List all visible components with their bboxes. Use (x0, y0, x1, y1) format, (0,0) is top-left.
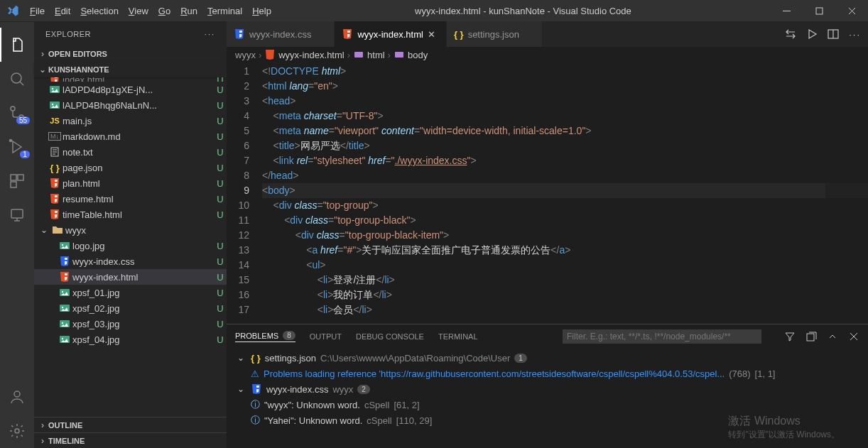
file-item[interactable]: wyyx-index.htmlU (34, 269, 227, 285)
svg-rect-30 (807, 334, 814, 341)
file-item[interactable]: { }page.jsonU (34, 160, 227, 175)
editor-tabs: wyyx-index.css✕wyyx-index.html✕{ }settin… (227, 21, 868, 47)
settings-activity-icon[interactable] (0, 414, 34, 448)
md-icon: M↓ (47, 132, 63, 141)
terminal-tab[interactable]: TERMINAL (438, 332, 478, 341)
search-activity-icon[interactable] (0, 62, 34, 96)
collapse-all-icon[interactable] (805, 331, 817, 342)
problem-group[interactable]: ⌄{ } settings.json C:\Users\wwww\AppData… (235, 350, 859, 366)
svg-rect-6 (11, 175, 16, 180)
tab-actions: ··· (778, 21, 868, 47)
img-icon (57, 240, 72, 251)
sidebar-header: EXPLORER ··· (34, 21, 227, 46)
js-icon: JS (47, 116, 63, 125)
svg-point-20 (62, 291, 63, 293)
svg-rect-1 (816, 8, 823, 14)
img-icon (47, 99, 63, 111)
maximize-button[interactable] (803, 0, 835, 21)
menu-selection[interactable]: Selection (75, 6, 123, 16)
account-activity-icon[interactable] (0, 380, 34, 414)
panel-tabs: PROBLEMS 8 OUTPUT DEBUG CONSOLE TERMINAL (227, 324, 868, 349)
file-item[interactable]: logo.jpgU (34, 238, 227, 253)
problem-item[interactable]: ⚠ Problems loading reference 'https://ra… (235, 366, 859, 381)
code-lines[interactable]: <!DOCTYPE html> <html lang="en"> <head> … (262, 62, 868, 324)
menu-edit[interactable]: Edit (50, 6, 75, 16)
menu-terminal[interactable]: Terminal (202, 6, 247, 16)
minimize-button[interactable] (770, 0, 803, 21)
file-item[interactable]: timeTable.htmlU (34, 207, 227, 222)
menu-go[interactable]: Go (153, 6, 175, 16)
html5-icon (47, 177, 63, 189)
file-item[interactable]: plan.htmlU (34, 175, 227, 191)
html5-icon (57, 271, 72, 283)
run-activity-icon[interactable]: 1 (0, 130, 34, 164)
close-panel-icon[interactable] (848, 331, 859, 342)
window-title: wyyx-index.html - kunShanNote - Visual S… (276, 6, 770, 16)
svg-point-18 (62, 244, 63, 246)
scm-badge: 55 (16, 116, 30, 124)
breadcrumbs[interactable]: wyyx › wyyx-index.html › html › body (227, 47, 868, 62)
menu-run[interactable]: Run (175, 6, 202, 16)
timeline-section[interactable]: › TIMELINE (34, 432, 227, 448)
chevron-up-icon[interactable] (827, 331, 838, 342)
info-icon: ⓘ (251, 398, 260, 411)
img-icon (57, 334, 72, 345)
menu-view[interactable]: View (124, 6, 153, 16)
line-gutter: 1234567891011121314151617 (227, 62, 262, 324)
scm-activity-icon[interactable]: 55 (0, 96, 34, 130)
close-button[interactable] (835, 0, 868, 21)
svg-point-22 (62, 307, 63, 308)
sidebar-more-icon[interactable]: ··· (205, 30, 215, 38)
editor-tab[interactable]: wyyx-index.html✕ (335, 21, 446, 47)
file-item[interactable]: xpsf_02.jpgU (34, 300, 227, 316)
file-item[interactable]: M↓markdown.mdU (34, 129, 227, 144)
img-icon (57, 287, 72, 298)
file-item[interactable]: xpsf_04.jpgU (34, 332, 227, 347)
problem-item[interactable]: ⓘ "wyyx": Unknown word. cSpell [61, 2] (235, 397, 859, 413)
menu-help[interactable]: Help (247, 6, 276, 16)
problems-tab[interactable]: PROBLEMS 8 (235, 331, 295, 342)
editor-tab[interactable]: wyyx-index.css✕ (227, 21, 335, 47)
vscode-logo (0, 4, 25, 17)
file-item[interactable]: note.txtU (34, 144, 227, 160)
explorer-activity-icon[interactable] (0, 28, 34, 62)
filter-icon[interactable] (784, 331, 796, 342)
folder-item[interactable]: ⌄wyyx (34, 222, 227, 238)
html5-icon (47, 193, 63, 204)
split-editor-icon[interactable] (828, 28, 839, 40)
menu-bar: FileEditSelectionViewGoRunTerminalHelp (25, 6, 276, 16)
output-tab[interactable]: OUTPUT (310, 332, 342, 341)
file-item[interactable]: xpsf_01.jpgU (34, 285, 227, 300)
json-icon: { } (47, 163, 63, 173)
html5-icon (47, 209, 63, 220)
svg-point-15 (52, 104, 53, 105)
file-item[interactable]: lADPD4d8p1gXE-jN...U (34, 82, 227, 97)
workspace-section[interactable]: ⌄ KUNSHANNOTE (34, 62, 227, 77)
extensions-activity-icon[interactable] (0, 164, 34, 198)
img-icon (57, 318, 72, 329)
close-tab-icon[interactable]: ✕ (428, 29, 439, 40)
window-controls (770, 0, 868, 21)
editor-tab[interactable]: { }settings.json✕ (447, 21, 543, 47)
compare-changes-icon[interactable] (785, 28, 796, 40)
file-item[interactable]: lALPD4Bhqg6NaLnN...U (34, 97, 227, 113)
info-icon: ⓘ (251, 414, 260, 427)
problem-group[interactable]: ⌄ wyyx-index.css wyyx 2 (235, 381, 859, 397)
file-tree: index.htmlUlADPD4d8p1gXE-jN...UlALPD4Bhq… (34, 77, 227, 417)
debug-console-tab[interactable]: DEBUG CONSOLE (356, 332, 424, 341)
remote-activity-icon[interactable] (0, 198, 34, 232)
file-item[interactable]: wyyx-index.cssU (34, 253, 227, 269)
filter-input[interactable] (563, 329, 761, 344)
svg-rect-7 (18, 175, 23, 180)
file-item[interactable]: resume.htmlU (34, 191, 227, 207)
code-editor[interactable]: 1234567891011121314151617 <!DOCTYPE html… (227, 62, 868, 324)
outline-section[interactable]: › OUTLINE (34, 417, 227, 432)
file-item[interactable]: xpsf_03.jpgU (34, 316, 227, 332)
file-item[interactable]: JSmain.jsU (34, 113, 227, 129)
problem-item[interactable]: ⓘ "Yahei": Unknown word. cSpell [110, 29… (235, 413, 859, 428)
more-icon[interactable]: ··· (849, 29, 861, 40)
menu-file[interactable]: File (25, 6, 50, 16)
open-editors-section[interactable]: › OPEN EDITORS (34, 46, 227, 62)
run-icon[interactable] (806, 28, 818, 40)
minimap[interactable] (825, 62, 868, 324)
